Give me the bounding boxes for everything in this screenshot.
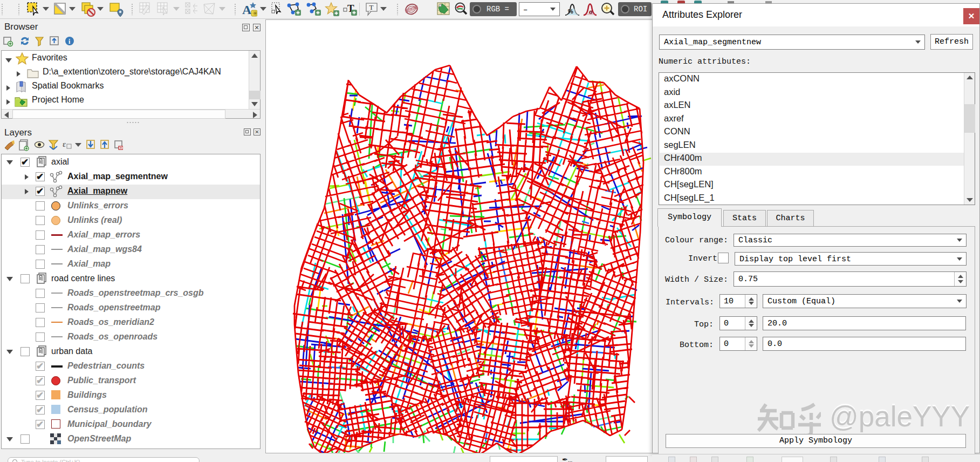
- svg-text:%: %: [568, 8, 573, 15]
- svg-text:ε: ε: [63, 140, 66, 148]
- svg-text:SEAL: SEAL: [407, 6, 416, 12]
- svg-text:T: T: [369, 3, 374, 11]
- svg-text:σ: σ: [589, 8, 593, 16]
- svg-text:✳: ✳: [252, 10, 257, 17]
